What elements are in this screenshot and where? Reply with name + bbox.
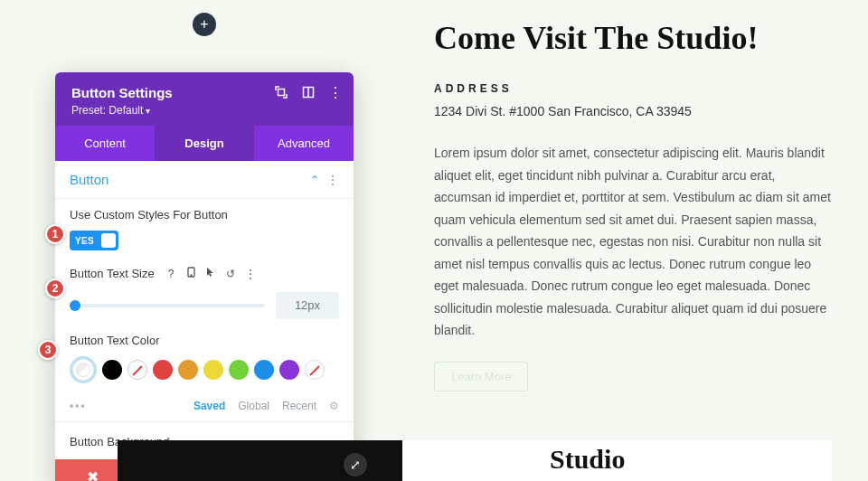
address-label: ADDRESS [434,82,832,95]
palette-saved-tab[interactable]: Saved [193,400,225,412]
expand-icon[interactable] [274,85,288,99]
swatch-green[interactable] [229,360,249,380]
kebab-icon[interactable]: ⋮ [328,85,343,99]
accordion-button[interactable]: Button ⌃ ⋮ [55,161,354,199]
callout-badge-3: 3 [38,340,58,360]
resize-handle[interactable]: ⤢ [344,453,367,476]
svg-point-4 [191,275,192,276]
button-settings-panel: Button Settings Preset: Default ⋮ Conten… [55,72,354,481]
button-text-color-label: Button Text Color [70,334,339,347]
body-paragraph: Lorem ipsum dolor sit amet, consectetur … [434,142,832,342]
svg-rect-0 [278,90,285,96]
preset-dropdown[interactable]: Preset: Default [71,104,337,117]
swatch-purple[interactable] [279,360,299,380]
text-size-slider[interactable] [70,304,265,307]
snap-icon[interactable] [301,85,316,99]
use-custom-styles-toggle[interactable]: YES [70,231,118,250]
panel-header: Button Settings Preset: Default ⋮ [55,72,354,126]
row-options-icon[interactable]: ⋮ [245,268,256,280]
hover-icon[interactable] [205,267,216,280]
use-custom-styles-label: Use Custom Styles For Button [70,208,339,222]
panel-header-actions: ⋮ [274,85,343,99]
mobile-icon[interactable] [185,267,196,280]
studio-card-title: Studio [550,444,625,475]
swatch-current[interactable] [70,356,97,383]
studio-card: Studio [118,440,832,481]
swatch-yellow[interactable] [203,360,223,380]
callout-badge-2: 2 [45,278,65,298]
accordion-title: Button [70,172,108,187]
palette-global-tab[interactable]: Global [238,400,269,412]
text-size-input[interactable]: 12px [276,292,339,319]
callout-badge-1: 1 [45,224,65,244]
toggle-knob [101,233,116,248]
toggle-yes-text: YES [75,236,94,246]
learn-more-button[interactable]: Learn More [434,362,528,391]
divider [55,421,354,422]
more-colors-icon[interactable]: ••• [70,400,87,412]
plus-icon: + [200,16,208,33]
settings-tabs: Content Design Advanced [55,126,354,161]
swatch-none[interactable] [305,360,325,380]
swatch-red[interactable] [153,360,173,380]
help-icon[interactable]: ? [165,268,176,280]
page-headline: Come Visit The Studio! [434,20,832,57]
add-module-button[interactable]: + [193,13,216,36]
tab-advanced[interactable]: Advanced [254,126,354,161]
swatch-black[interactable] [102,360,122,380]
slider-thumb[interactable] [70,300,80,311]
address-text: 1234 Divi St. #1000 San Francisco, CA 33… [434,104,832,118]
button-text-size-label: Button Text Size [70,267,155,280]
color-swatches [70,356,339,383]
panel-body: Button ⌃ ⋮ Use Custom Styles For Button … [55,161,354,481]
tab-design[interactable]: Design [155,126,254,161]
reset-icon[interactable]: ↺ [225,268,236,280]
page-preview: Come Visit The Studio! ADDRESS 1234 Divi… [434,20,832,391]
palette-recent-tab[interactable]: Recent [282,400,316,412]
tab-content[interactable]: Content [55,126,155,161]
swatch-white[interactable] [127,360,147,380]
swatch-orange[interactable] [178,360,198,380]
swatch-blue[interactable] [254,360,274,380]
palette-settings-icon[interactable]: ⚙ [329,400,339,412]
chevron-up-icon: ⌃ [310,174,319,186]
